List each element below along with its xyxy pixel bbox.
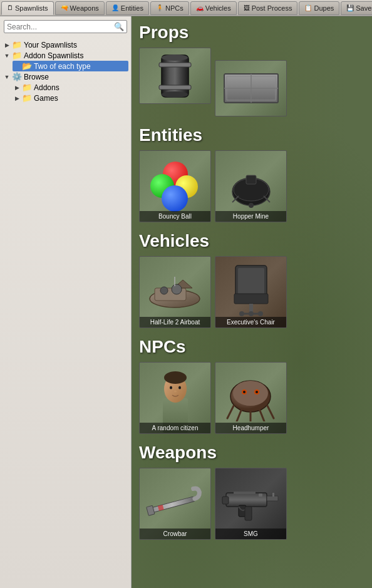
crate-visual [215, 61, 286, 116]
tab-saves-label: Saves [356, 4, 372, 12]
weapons-icon: 🔫 [61, 4, 68, 11]
tab-dupes-label: Dupes [314, 4, 334, 12]
npcs-section-title: NPCs [139, 337, 364, 357]
smg-svg [221, 479, 281, 529]
search-button[interactable]: 🔍 [114, 22, 124, 31]
citizen-label: A random citizen [140, 423, 210, 433]
headhumper-label: Headhumper [215, 423, 286, 433]
browse-children: ▶ 📁 Addons ▶ 📁 Games [3, 82, 128, 103]
tab-npcs-label: NPCs [165, 4, 183, 12]
tab-postprocess[interactable]: 🖼 Post Process [238, 1, 298, 15]
svg-rect-1 [159, 63, 191, 67]
item-card-crate[interactable] [215, 60, 287, 116]
svg-rect-51 [272, 493, 274, 497]
svg-line-38 [237, 409, 242, 421]
svg-rect-22 [238, 268, 264, 294]
addon-spawnlists-children: 📂 Two of each type [3, 61, 128, 71]
svg-point-4 [162, 91, 188, 98]
tree-item-your-spawnlists[interactable]: ▶ 📁 Your Spawnlists [3, 39, 128, 50]
tree-item-addon-spawnlists[interactable]: ▼ 📁 Addon Spawnlists [3, 50, 128, 61]
svg-rect-46 [148, 496, 195, 513]
browse-label: Browse [24, 73, 49, 81]
svg-point-45 [256, 391, 258, 393]
folder-icon-addons: 📁 [22, 83, 32, 92]
vehicles-section-title: Vehicles [139, 231, 364, 251]
svg-point-32 [170, 386, 172, 389]
hopper-mine-svg [226, 162, 276, 212]
item-card-bouncy-ball[interactable]: Bouncy Ball [139, 150, 211, 222]
tab-weapons[interactable]: 🔫 Weapons [55, 1, 105, 15]
search-input[interactable] [7, 23, 114, 31]
weapons-section-title: Weapons [139, 443, 364, 463]
tree-item-browse[interactable]: ▼ ⚙️ Browse [3, 71, 128, 82]
spawnlists-icon: 🗒 [7, 4, 13, 11]
entities-section-title: Entities [139, 125, 364, 145]
tab-vehicles[interactable]: 🚗 Vehicles [190, 1, 237, 15]
expand-icon-games: ▶ [14, 95, 20, 101]
tab-saves[interactable]: 💾 Saves [341, 1, 372, 15]
airboat-svg [145, 271, 205, 314]
sidebar: 🔍 ▶ 📁 Your Spawnlists ▼ 📁 Addon Spawnlis… [0, 16, 132, 588]
item-card-airboat[interactable]: Half-Life 2 Airboat [139, 256, 211, 328]
item-card-headhumper[interactable]: Headhumper [215, 362, 287, 434]
svg-point-26 [239, 311, 244, 316]
svg-point-27 [258, 311, 263, 316]
svg-rect-23 [234, 294, 268, 304]
tab-spawnlists[interactable]: 🗒 Spawnlists [1, 1, 54, 15]
tab-vehicles-label: Vehicles [205, 4, 231, 12]
tab-weapons-label: Weapons [70, 4, 99, 12]
folder-icon-your-spawnlists: 📁 [12, 40, 22, 49]
dupes-icon: 📋 [304, 4, 312, 11]
svg-rect-56 [259, 493, 262, 497]
file-tree: ▶ 📁 Your Spawnlists ▼ 📁 Addon Spawnlists… [0, 37, 131, 588]
vehicles-items-grid: Half-Life 2 Airboat Execut [139, 256, 364, 328]
saves-icon: 💾 [346, 4, 354, 11]
svg-rect-55 [234, 492, 256, 494]
tree-item-games[interactable]: ▶ 📁 Games [13, 93, 128, 103]
tab-entities-label: Entities [121, 4, 143, 12]
expand-icon-addon-spawnlists: ▼ [4, 53, 10, 59]
item-card-crowbar[interactable]: Crowbar [139, 468, 211, 540]
barrel-svg [158, 53, 192, 100]
tab-postprocess-label: Post Process [252, 4, 292, 12]
folder-icon-games: 📁 [22, 93, 32, 103]
postprocess-icon: 🖼 [244, 4, 250, 11]
svg-point-36 [233, 381, 268, 406]
content-area: Props [132, 16, 372, 588]
tab-entities[interactable]: 👤 Entities [106, 1, 149, 15]
folder-icon-browse: ⚙️ [12, 72, 22, 81]
svg-rect-54 [245, 507, 252, 520]
search-bar[interactable]: 🔍 [4, 20, 127, 33]
folder-icon-two-of-each: 📂 [22, 61, 32, 71]
svg-rect-2 [159, 85, 191, 90]
folder-icon-addon-spawnlists: 📁 [12, 51, 22, 60]
tab-dupes[interactable]: 📋 Dupes [299, 1, 339, 15]
your-spawnlists-label: Your Spawnlists [24, 41, 77, 49]
svg-point-18 [160, 287, 168, 294]
addon-spawnlists-label: Addon Spawnlists [24, 51, 83, 60]
hopper-mine-label: Hopper Mine [215, 211, 286, 222]
svg-rect-11 [246, 175, 256, 184]
entities-icon: 👤 [111, 4, 119, 11]
tab-npcs[interactable]: 🧍 NPCs [150, 1, 189, 15]
airboat-label: Half-Life 2 Airboat [140, 317, 210, 328]
svg-point-12 [249, 203, 254, 208]
tree-item-addons[interactable]: ▶ 📁 Addons [13, 82, 128, 93]
svg-line-41 [267, 406, 274, 418]
item-card-barrel[interactable] [139, 48, 211, 104]
top-tab-bar: 🗒 Spawnlists 🔫 Weapons 👤 Entities 🧍 NPCs… [0, 0, 372, 16]
svg-line-37 [227, 406, 234, 418]
item-card-citizen[interactable]: A random citizen [139, 362, 211, 434]
tree-item-two-of-each[interactable]: 📂 Two of each type [13, 61, 128, 71]
exec-chair-svg [229, 262, 273, 322]
entities-items-grid: Bouncy Ball Hopper Mine [139, 150, 364, 222]
svg-rect-0 [162, 55, 189, 97]
weapons-items-grid: Crowbar [139, 468, 364, 540]
svg-rect-50 [267, 496, 278, 501]
npcs-icon: 🧍 [156, 4, 163, 11]
item-card-hopper-mine[interactable]: Hopper Mine [215, 150, 287, 222]
item-card-smg[interactable]: SMG [215, 468, 287, 540]
barrel-visual [140, 48, 210, 103]
item-card-exec-chair[interactable]: Executive's Chair [215, 256, 287, 328]
props-items-row [139, 48, 364, 116]
